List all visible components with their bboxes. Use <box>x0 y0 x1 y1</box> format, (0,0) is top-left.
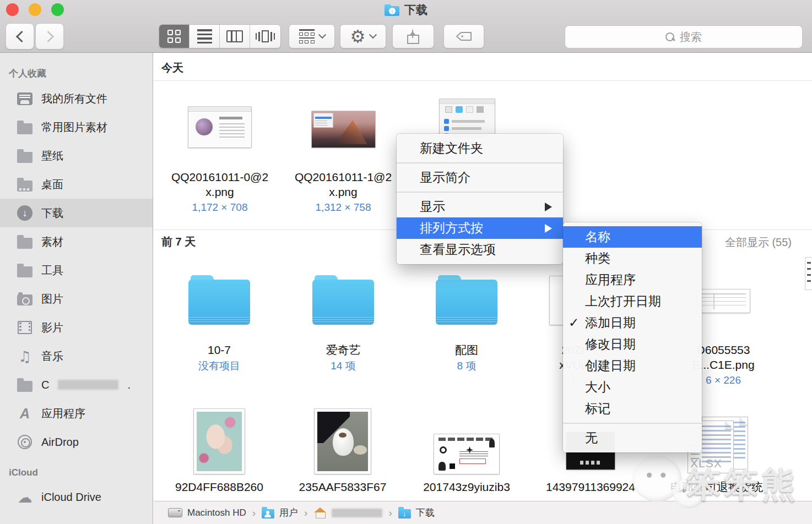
folder-icon <box>15 517 34 524</box>
sidebar-item-cloud[interactable]: ☁iCloud Drive <box>0 483 153 511</box>
show-all-link[interactable]: 全部显示 (55) <box>725 235 792 250</box>
arrange-by-submenu: 名称种类应用程序上次打开日期✓添加日期修改日期创建日期大小标记无 <box>563 222 702 452</box>
context-menu-item[interactable]: 查看显示选项 <box>397 239 563 260</box>
sidebar-item-folder[interactable]: 素材 <box>0 227 153 256</box>
submenu-item[interactable]: 上次打开日期 <box>563 291 702 312</box>
context-menu-item[interactable]: 新建文件夹 <box>397 138 563 159</box>
path-segment[interactable] <box>313 507 382 518</box>
menu-item-label: 创建日期 <box>585 358 636 373</box>
sidebar-item-label: 桌面 <box>41 177 63 192</box>
folder-item[interactable]: 配图8 项 <box>405 274 528 373</box>
submenu-item[interactable]: 应用程序 <box>563 269 702 291</box>
section-header-previous-7-days: 前 7 天 <box>161 234 196 249</box>
desktop-icon <box>15 176 34 193</box>
sidebar-item-label: 应用程序 <box>41 406 85 421</box>
menu-item-label: 修改日期 <box>585 337 636 351</box>
tag-button[interactable] <box>443 24 484 48</box>
folder-icon <box>15 376 34 394</box>
film-icon <box>15 319 34 336</box>
list-view-icon <box>197 29 212 43</box>
menu-separator <box>397 192 563 193</box>
search-icon <box>665 32 675 42</box>
search-input[interactable]: 搜索 <box>565 25 803 48</box>
sidebar-item-film[interactable]: 影片 <box>0 313 153 342</box>
sidebar-item-label: 我的所有文件 <box>41 91 107 106</box>
action-button[interactable]: ⚙ <box>340 24 386 48</box>
file-thumbnail <box>312 275 374 325</box>
file-thumbnail <box>194 409 245 474</box>
path-segment[interactable]: Macintosh HD <box>168 507 246 518</box>
grid-view-icon <box>167 30 181 43</box>
sidebar-item-folder[interactable]: 常用图片素材 <box>0 113 153 141</box>
file-dimensions: 1,312 × 758 <box>282 201 405 214</box>
file-item[interactable]: QQ20161011-0@2x.png1,172 × 708 <box>158 93 282 214</box>
folder-item-count: 8 项 <box>405 359 528 373</box>
file-item[interactable]: 235AAF5833F67 <box>281 410 404 494</box>
folder-item-count: 14 项 <box>282 359 405 373</box>
redacted-text <box>332 509 382 517</box>
menu-item-label: 无 <box>585 430 598 445</box>
file-name: 235AAF5833F67 <box>281 479 404 494</box>
column-view-button[interactable] <box>220 25 250 48</box>
sidebar-item-airdrop[interactable]: AirDrop <box>0 428 153 456</box>
file-thumbnail <box>436 275 497 325</box>
submenu-item[interactable]: 标记 <box>563 398 702 419</box>
context-menu-item[interactable]: 排列方式按 <box>397 217 563 239</box>
file-item[interactable]: 201743z9yiuzib3 <box>405 410 528 494</box>
menu-item-label: 上次打开日期 <box>585 294 661 308</box>
menu-separator <box>563 423 702 424</box>
list-view-button[interactable] <box>190 25 220 48</box>
sidebar-item-camera[interactable]: 图片 <box>0 285 153 313</box>
folder-item[interactable]: 10-7没有项目 <box>158 274 281 373</box>
file-thumbnail <box>315 409 371 474</box>
window-title: ↓下载 <box>0 3 812 17</box>
sidebar-item-label: C <box>41 379 49 391</box>
sidebar-item-all-files[interactable]: 我的所有文件 <box>0 84 153 113</box>
submenu-item[interactable]: 名称 <box>563 226 702 248</box>
icon-view-button[interactable] <box>159 25 190 48</box>
submenu-item[interactable]: 大小 <box>563 376 702 398</box>
airdrop-icon <box>15 433 34 451</box>
file-thumbnail <box>697 290 750 313</box>
file-item[interactable]: 92D4FF688B260 <box>158 410 281 494</box>
path-segment[interactable]: 用户 <box>262 506 298 519</box>
sidebar-item-music[interactable]: ♫音乐 <box>0 342 153 370</box>
folder-name: 爱奇艺 <box>282 342 405 357</box>
share-button[interactable] <box>392 24 434 48</box>
menu-item-label: 显示 <box>420 199 445 214</box>
submenu-item[interactable]: 无 <box>563 427 702 449</box>
context-menu-item[interactable]: 显示 <box>397 196 563 217</box>
sidebar-item-folder[interactable]: C. <box>0 370 153 399</box>
submenu-item[interactable]: 修改日期 <box>563 334 702 355</box>
forward-button[interactable] <box>35 23 64 50</box>
path-segment-label: 下载 <box>416 506 435 519</box>
menu-item-label: 名称 <box>585 230 610 244</box>
file-name: 92D4FF688B260 <box>158 479 281 494</box>
sidebar-item-label: 壁纸 <box>41 149 63 163</box>
back-button[interactable] <box>6 23 34 50</box>
path-bar: Macintosh HD›用户››↓下载 <box>154 501 812 524</box>
path-segment[interactable]: ↓下载 <box>398 506 435 519</box>
arrange-button[interactable] <box>289 24 335 48</box>
folder-item[interactable]: 爱奇艺14 项 <box>282 274 405 373</box>
submenu-item[interactable]: 种类 <box>563 248 702 269</box>
sidebar-item-label: 常用图片素材 <box>41 120 107 135</box>
sidebar-item-applications[interactable]: A应用程序 <box>0 399 153 428</box>
submenu-item[interactable]: ✓添加日期 <box>563 312 702 334</box>
sidebar-item-download[interactable]: ↓下载 <box>0 199 153 227</box>
downloads-folder-icon: ↓ <box>385 4 399 16</box>
chevron-left-icon <box>15 30 27 42</box>
submenu-item[interactable]: 创建日期 <box>563 355 702 376</box>
context-menu: 新建文件夹显示简介显示排列方式按查看显示选项 <box>397 134 563 264</box>
file-item[interactable]: QQ20161011-1@2x.png1,312 × 758 <box>282 93 405 214</box>
sidebar-item-desktop[interactable]: 桌面 <box>0 170 153 199</box>
sidebar-section-header: 个人收藏 <box>9 67 153 80</box>
file-thumbnail <box>434 434 499 474</box>
sidebar-item-folder[interactable]: 工具 <box>0 256 153 285</box>
sidebar-item-folder[interactable]: 壁纸 <box>0 141 153 170</box>
coverflow-view-icon <box>256 30 275 42</box>
coverflow-view-button[interactable] <box>250 25 280 48</box>
context-menu-item[interactable]: 显示简介 <box>397 167 563 188</box>
sidebar-item-label: 下载 <box>41 206 63 221</box>
file-name: 电商公司退换货统 <box>655 479 778 494</box>
